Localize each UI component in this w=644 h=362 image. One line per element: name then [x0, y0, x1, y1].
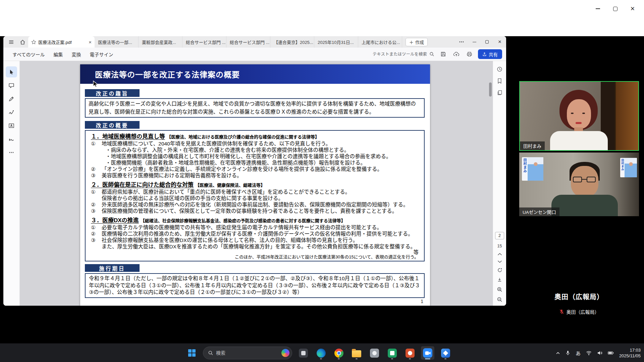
search-input[interactable]	[369, 52, 427, 57]
next-page-icon[interactable]	[497, 260, 502, 263]
highlight-tool[interactable]	[6, 93, 17, 104]
tab-document-2[interactable]: 医療法等の一部...	[95, 36, 139, 48]
edge-icon[interactable]	[314, 346, 328, 360]
taskbar-clock[interactable]: 17:03 2025/11/05	[619, 347, 641, 359]
tab-label: 医療法改正案.pdf	[38, 39, 87, 45]
speaker-icon[interactable]	[597, 351, 602, 355]
acrobat-window: 医療法改正案.pdf × 医療法等の一部... 薬粧部会産業政... 総合サービ…	[3, 36, 506, 306]
pdf-canvas[interactable]: 医療法等の一部を改正する法律案の概要 改正の趣旨 高齢化に伴う医療ニーズの変化や…	[20, 61, 493, 306]
tab-document-6[interactable]: 【連合東京】2025...	[270, 36, 314, 48]
shushi-box: 高齢化に伴う医療ニーズの変化や人口減少を見据え、地域での良質かつ適切な医療を効率…	[85, 98, 425, 118]
video-tile-active-speaker[interactable]: 田村まみ	[519, 81, 639, 151]
previous-page-icon[interactable]	[497, 253, 502, 256]
system-tray: あ 17:03 2025/11/05	[556, 344, 641, 362]
group-title: ２．医師偏在是正に向けた総合的な対策【医療法、健康保険法、総確法等】	[91, 181, 419, 189]
select-tool[interactable]	[6, 66, 17, 77]
sign-tool[interactable]	[6, 133, 17, 144]
tray-mic-icon[interactable]	[566, 350, 570, 356]
kijitsu-box: 令和９年４月１日（ただし、一部の規定は令和８年４月１日（１②並びに２①の一部、②…	[85, 273, 425, 298]
page-total-label: 15	[497, 244, 502, 248]
app-icon-orange[interactable]	[403, 346, 417, 360]
clipboard-icon[interactable]	[497, 90, 502, 96]
chrome-icon[interactable]	[332, 346, 345, 360]
draw-tool[interactable]	[6, 107, 17, 118]
print-icon[interactable]	[465, 50, 474, 59]
app-icon-dark[interactable]	[297, 346, 310, 360]
law-reference: 【総確法、社会保険診療報酬支払基金法、感染症の予防及び感染症の患者に対する医療に…	[141, 218, 345, 223]
start-button[interactable]	[185, 346, 199, 360]
video-tile-participant[interactable]: 田村まみ 田村まみ UAゼンセン関口	[519, 153, 639, 216]
comment-tool[interactable]	[6, 80, 17, 91]
tab-active[interactable]: 医療法改正案.pdf ×	[28, 36, 95, 48]
glasses	[573, 177, 582, 182]
text-box-tool[interactable]	[6, 120, 17, 131]
search-icon[interactable]	[429, 52, 434, 57]
download-icon[interactable]	[497, 277, 502, 282]
pdf-line: ③保険医療機関の管理者について、保険医として一定年数の従事経験を持つ者であること…	[91, 208, 419, 214]
acrobat-restore-button[interactable]	[481, 36, 493, 48]
cloud-upload-icon[interactable]	[452, 50, 461, 59]
zoom-app-icon[interactable]	[421, 346, 434, 360]
pdf-line: ・病床のみならず、入院・外来・在宅医療、介護との連携を含む将来の医療提供体制全体…	[91, 147, 419, 153]
menu-hamburger-icon[interactable]	[5, 36, 17, 48]
app-icon-green[interactable]	[385, 346, 399, 360]
search-highlights-icon[interactable]	[281, 349, 289, 357]
tab-close-icon[interactable]: ×	[89, 39, 92, 45]
window-controls: ×	[589, 3, 641, 14]
menu-all-tools[interactable]: すべてのツール	[8, 48, 49, 61]
share-button[interactable]: 共有	[478, 49, 502, 59]
wifi-icon[interactable]	[586, 351, 592, 355]
clock-time: 17:03	[619, 347, 641, 353]
acrobat-close-button[interactable]: ×	[493, 36, 506, 48]
clock-date: 2025/11/05	[619, 353, 641, 359]
star-icon[interactable]	[31, 40, 36, 45]
save-icon[interactable]	[439, 50, 447, 59]
menu-convert[interactable]: 変換	[67, 48, 85, 61]
maximize-button[interactable]	[606, 3, 624, 14]
acrobat-toolbar: すべてのツール 編集 変換 電子サイン	[3, 48, 506, 61]
tab-document-7[interactable]: 2025年10月31日...	[314, 36, 358, 48]
page-number-input[interactable]	[495, 232, 504, 239]
app-icon-blue[interactable]	[439, 346, 452, 360]
rotate-icon[interactable]	[497, 267, 502, 273]
home-icon[interactable]	[17, 36, 28, 48]
ime-indicator[interactable]: あ	[576, 350, 581, 357]
glasses	[587, 177, 596, 182]
battery-icon[interactable]	[608, 351, 614, 355]
pdf-line: ①地域医療構想について、2040年頃を見据えた医療提供体制を確保するため、以下の…	[91, 140, 419, 147]
right-panel-strip: 15	[493, 61, 506, 306]
tab-document-3[interactable]: 薬粧部会産業政...	[139, 36, 182, 48]
section-header-kijitsu: 施行期日	[85, 264, 140, 272]
close-button[interactable]: ×	[624, 3, 641, 14]
menu-edit[interactable]: 編集	[49, 48, 67, 61]
vertical-scrollbar[interactable]	[489, 82, 492, 97]
tab-document-8[interactable]: 上尾市における公...	[358, 36, 402, 48]
participant-face	[567, 99, 591, 129]
pdf-title-banner: 医療法等の一部を改正する法律案の概要	[80, 64, 430, 84]
zoom-in-icon[interactable]	[497, 287, 502, 292]
app-icon-gray[interactable]	[368, 346, 381, 360]
menu-esign[interactable]: 電子サイン	[85, 48, 117, 61]
zoom-out-icon[interactable]	[497, 297, 502, 302]
tray-chevron-icon[interactable]	[556, 351, 560, 355]
minimize-button[interactable]	[589, 3, 606, 14]
bookmark-icon[interactable]	[497, 78, 502, 84]
shared-screen-area: 医療法改正案.pdf × 医療法等の一部... 薬粧部会産業政... 総合サービ…	[0, 36, 644, 343]
pdf-line: ③社会保険診療報酬支払基金を医療DXの運営に係る母体として名称、法人の目的、組織…	[91, 237, 419, 243]
toolbar-search[interactable]	[369, 52, 434, 57]
create-button[interactable]: ＋ 作成	[406, 38, 428, 46]
taskbar-search[interactable]	[203, 347, 292, 359]
file-explorer-icon[interactable]	[350, 346, 363, 360]
more-tools-icon[interactable]	[6, 147, 17, 158]
tab-document-4[interactable]: 総合サービス部門 ...	[182, 36, 226, 48]
history-icon[interactable]	[497, 66, 502, 72]
more-options-icon[interactable]	[455, 36, 468, 48]
group-title: １．地域医療構想の見直し等【医療法、地域における医療及び介護の総合的な確保の促進…	[91, 133, 419, 140]
taskbar-search-input[interactable]	[216, 350, 279, 356]
poster-thumbnail-right: 田村まみ	[620, 158, 637, 177]
gaiyo-box: １．地域医療構想の見直し等【医療法、地域における医療及び介護の総合的な確保の促進…	[85, 130, 425, 261]
acrobat-minimize-button[interactable]	[468, 36, 481, 48]
pdf-line: ①都道府県知事が、医療計画において「重点的に医師を確保すべき区域」を定めることが…	[91, 189, 419, 195]
tab-document-5[interactable]: 総合サービス部門 ...	[226, 36, 270, 48]
caption-name: 奥田（広報局）	[567, 308, 599, 315]
